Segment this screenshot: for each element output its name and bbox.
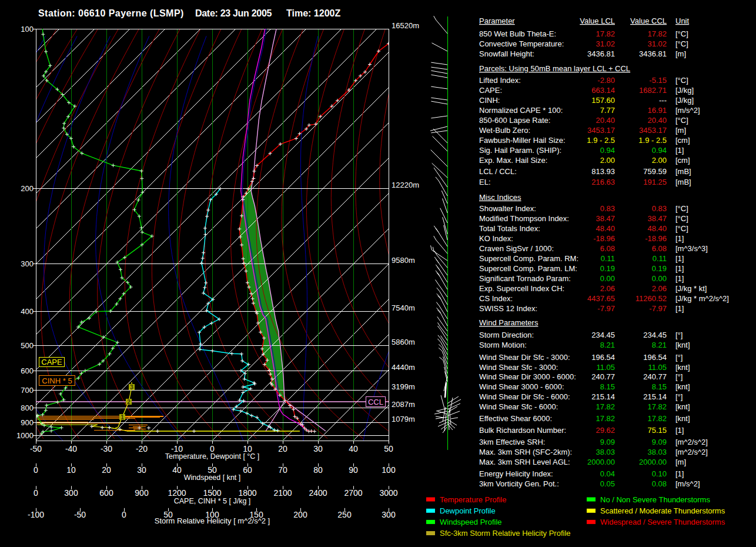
svg-text:17.82: 17.82 [596,29,615,38]
svg-text:1682.71: 1682.71 [639,86,667,95]
svg-text:[°C]: [°C] [675,224,688,233]
svg-text:240.77: 240.77 [591,372,615,381]
svg-text:157.60: 157.60 [591,96,615,105]
svg-text:[m]: [m] [675,458,686,466]
svg-text:[°C]: [°C] [675,39,688,48]
svg-text:29.62: 29.62 [596,426,615,435]
svg-text:20: 20 [102,465,111,475]
svg-text:Max. 3km SRH (SFC-2km):: Max. 3km SRH (SFC-2km): [479,448,572,456]
svg-text:[1]: [1] [675,146,684,155]
svg-text:-50: -50 [30,444,42,453]
svg-text:2100: 2100 [273,488,292,498]
svg-text:663.14: 663.14 [591,86,615,95]
svg-text:0.11: 0.11 [601,254,615,263]
svg-text:20: 20 [278,444,287,453]
svg-text:[mB]: [mB] [675,167,691,176]
svg-text:LCL / CCL:: LCL / CCL: [479,167,517,176]
svg-text:600: 600 [21,366,34,375]
svg-text:38.03: 38.03 [596,448,615,456]
svg-text:CINH:: CINH: [479,96,500,105]
svg-text:215.14: 215.14 [643,392,667,401]
svg-text:Exp. Supercell Index CH:: Exp. Supercell Index CH: [479,284,564,293]
svg-text:8.21: 8.21 [600,341,615,349]
svg-text:Convective Temperature:: Convective Temperature: [479,39,564,48]
svg-text:-20: -20 [136,444,148,453]
svg-text:900: 900 [135,488,149,498]
svg-text:Wind Shear Dir 3000 - 6000:: Wind Shear Dir 3000 - 6000: [479,372,576,381]
svg-text:240.77: 240.77 [643,372,667,381]
svg-text:191.25: 191.25 [643,178,667,186]
svg-text:Normalized CAPE * 100:: Normalized CAPE * 100: [479,106,563,115]
svg-text:17.82: 17.82 [647,29,667,38]
svg-text:CAPE, CINH * 5 [ J/kg ]: CAPE, CINH * 5 [ J/kg ] [174,497,251,505]
svg-text:17.82: 17.82 [647,402,667,411]
svg-text:Parcels: Using 50mB mean layer: Parcels: Using 50mB mean layer LCL + CCL [479,64,630,73]
svg-text:30: 30 [313,444,323,453]
svg-text:[m^2/s^2]: [m^2/s^2] [675,438,708,446]
svg-text:1200: 1200 [168,488,186,498]
svg-text:[m/s^2]: [m/s^2] [675,479,700,488]
svg-text:0.10: 0.10 [652,469,667,478]
svg-text:38.47: 38.47 [596,214,615,223]
svg-text:Lifted Index:: Lifted Index: [479,76,521,85]
svg-text:[knt]: [knt] [675,402,690,411]
svg-text:0.04: 0.04 [600,469,615,478]
svg-text:850-600 Lapse Rate:: 850-600 Lapse Rate: [479,116,550,125]
svg-text:Modified Thompson Index:: Modified Thompson Index: [479,214,569,223]
svg-text:30: 30 [137,465,146,475]
svg-text:3199m: 3199m [392,382,415,391]
svg-text:100: 100 [21,25,34,34]
svg-text:2400: 2400 [309,488,327,498]
svg-text:500: 500 [21,341,34,350]
svg-text:Fawbush-Miller Hail Size:: Fawbush-Miller Hail Size: [479,136,566,145]
svg-text:200: 200 [21,184,34,193]
svg-text:Wet-Bulb Zero:: Wet-Bulb Zero: [479,126,530,135]
svg-text:0.83: 0.83 [600,204,615,213]
svg-text:8.21: 8.21 [652,341,667,349]
svg-text:7540m: 7540m [392,303,415,312]
svg-text:300: 300 [21,259,34,268]
svg-text:0: 0 [34,488,38,498]
svg-text:Sfc-3km Storm Relative Helicit: Sfc-3km Storm Relative Helicity Profile [440,529,571,538]
svg-text:Dewpoint Profile: Dewpoint Profile [440,506,496,515]
svg-text:CS Index:: CS Index: [479,294,513,303]
svg-text:48.40: 48.40 [596,224,615,233]
svg-text:Time: 1200Z: Time: 1200Z [286,8,340,18]
svg-text:[°]: [°] [675,353,683,362]
svg-text:Significant Tornado Param:: Significant Tornado Param: [479,274,571,283]
svg-text:4437.65: 4437.65 [587,294,615,303]
svg-text:Wind Shear Dir Sfc - 3000:: Wind Shear Dir Sfc - 3000: [479,353,570,362]
svg-text:234.45: 234.45 [643,331,667,339]
svg-text:759.59: 759.59 [643,167,667,176]
svg-text:0.83: 0.83 [652,204,667,213]
svg-text:0.19: 0.19 [652,264,667,273]
svg-text:3453.17: 3453.17 [639,126,667,135]
svg-text:No / Non Severe Thunderstorms: No / Non Severe Thunderstorms [600,495,710,504]
svg-text:2700: 2700 [344,488,362,498]
svg-text:2: 2 [127,399,131,405]
svg-text:9580m: 9580m [392,256,415,265]
svg-text:Supercell Comp. Param. RM:: Supercell Comp. Param. RM: [479,254,578,263]
svg-text:0.00: 0.00 [600,274,615,283]
svg-text:[1]: [1] [675,234,684,243]
svg-text:6.08: 6.08 [600,244,615,253]
svg-text:2000.00: 2000.00 [587,458,615,466]
svg-text:20.40: 20.40 [647,116,667,125]
svg-text:-2.80: -2.80 [597,76,615,85]
svg-text:2.06: 2.06 [600,284,615,293]
svg-text:---: --- [659,96,667,105]
svg-text:0.08: 0.08 [652,479,667,488]
svg-text:11260.52: 11260.52 [635,294,667,303]
svg-text:1.9 - 2.5: 1.9 - 2.5 [587,136,615,145]
svg-text:700: 700 [21,386,34,395]
svg-text:3453.17: 3453.17 [587,126,615,135]
svg-text:16.91: 16.91 [647,106,667,115]
svg-text:17.82: 17.82 [596,414,615,423]
svg-text:7.77: 7.77 [600,106,615,115]
svg-text:80: 80 [313,465,323,475]
svg-text:Wind Shear Dir Sfc - 6000:: Wind Shear Dir Sfc - 6000: [479,392,570,401]
svg-text:Wind Shear 3000 - 6000:: Wind Shear 3000 - 6000: [479,382,564,391]
svg-text:Date: 23 Jun 2005: Date: 23 Jun 2005 [195,8,272,18]
svg-text:Unit: Unit [675,16,690,25]
svg-text:2.00: 2.00 [652,156,667,165]
